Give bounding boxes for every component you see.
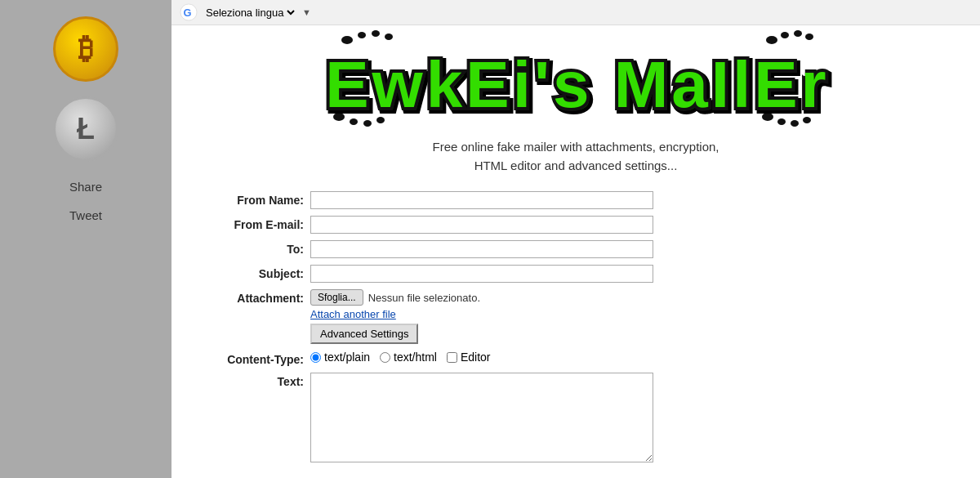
tweet-button[interactable]: Tweet — [69, 208, 102, 222]
from-email-row: From E-mail: — [196, 216, 956, 234]
logo-area: .logo-main { font-family: Impact, 'Arial… — [172, 25, 980, 132]
checkbox-editor[interactable] — [447, 352, 457, 363]
radio-html[interactable] — [380, 352, 390, 363]
radio-plain-label[interactable]: text/plain — [310, 351, 370, 364]
text-textarea[interactable] — [310, 373, 653, 462]
attachment-row: Attachment: Sfoglia... Nessun file selez… — [196, 289, 956, 344]
text-label: Text: — [196, 373, 310, 388]
radio-html-label[interactable]: text/html — [380, 351, 437, 364]
svg-point-7 — [781, 32, 789, 38]
from-email-control — [310, 216, 653, 234]
svg-point-8 — [794, 30, 802, 37]
checkbox-editor-label[interactable]: Editor — [447, 351, 491, 364]
bitcoin-icon[interactable]: ₿ — [53, 16, 118, 82]
subject-input[interactable] — [310, 265, 653, 283]
to-input[interactable] — [310, 240, 653, 258]
file-status-label: Nessun file selezionato. — [368, 292, 480, 304]
attach-another-link[interactable]: Attach another file — [310, 308, 653, 320]
subject-control — [310, 265, 653, 283]
subtitle: Free online fake mailer with attachments… — [172, 138, 980, 175]
file-browse-button[interactable]: Sfoglia... — [310, 289, 363, 306]
to-label: To: — [196, 240, 310, 256]
content-type-options: text/plain text/html Editor — [310, 351, 653, 364]
from-name-control — [310, 191, 653, 209]
from-name-row: From Name: — [196, 191, 956, 209]
svg-point-3 — [358, 32, 366, 38]
google-icon: G — [180, 3, 198, 21]
svg-point-2 — [341, 36, 353, 44]
share-button[interactable]: Share — [69, 180, 102, 194]
attachment-label: Attachment: — [196, 289, 310, 305]
logo-svg: .logo-main { font-family: Impact, 'Arial… — [314, 25, 837, 132]
svg-text:EwkEi's MaIlEr: EwkEi's MaIlEr — [325, 48, 829, 121]
radio-plain-text: text/plain — [324, 351, 370, 364]
advanced-settings-button[interactable]: Advanced Settings — [310, 324, 418, 344]
attachment-control: Sfoglia... Nessun file selezionato. Atta… — [310, 289, 653, 344]
radio-plain[interactable] — [310, 352, 321, 363]
from-email-input[interactable] — [310, 216, 653, 234]
language-select[interactable]: Seleziona lingua — [203, 6, 297, 20]
text-row: Text: — [196, 373, 956, 465]
from-name-label: From Name: — [196, 191, 310, 207]
svg-point-9 — [805, 34, 813, 40]
litecoin-icon[interactable]: Ł — [53, 96, 118, 162]
radio-html-text: text/html — [394, 351, 437, 364]
subject-label: Subject: — [196, 265, 310, 280]
dropdown-arrow-icon: ▼ — [302, 7, 311, 17]
file-row: Sfoglia... Nessun file selezionato. — [310, 289, 653, 306]
to-row: To: — [196, 240, 956, 258]
main-content: G Seleziona lingua ▼ .logo-main { font-f… — [172, 0, 980, 478]
form-area: From Name: From E-mail: To: Subject: — [172, 191, 980, 465]
svg-text:G: G — [184, 7, 192, 19]
svg-point-6 — [766, 36, 777, 44]
content-type-row: Content-Type: text/plain text/html Edito… — [196, 351, 956, 366]
topbar: G Seleziona lingua ▼ — [172, 0, 980, 25]
sidebar: ₿ Ł Share Tweet — [0, 0, 172, 478]
svg-point-4 — [372, 30, 380, 37]
subject-row: Subject: — [196, 265, 956, 283]
to-control — [310, 240, 653, 258]
from-email-label: From E-mail: — [196, 216, 310, 231]
content-type-label: Content-Type: — [196, 351, 310, 366]
content-type-control: text/plain text/html Editor — [310, 351, 653, 364]
from-name-input[interactable] — [310, 191, 653, 209]
svg-point-5 — [385, 34, 393, 40]
text-control — [310, 373, 653, 465]
checkbox-editor-text: Editor — [461, 351, 491, 364]
